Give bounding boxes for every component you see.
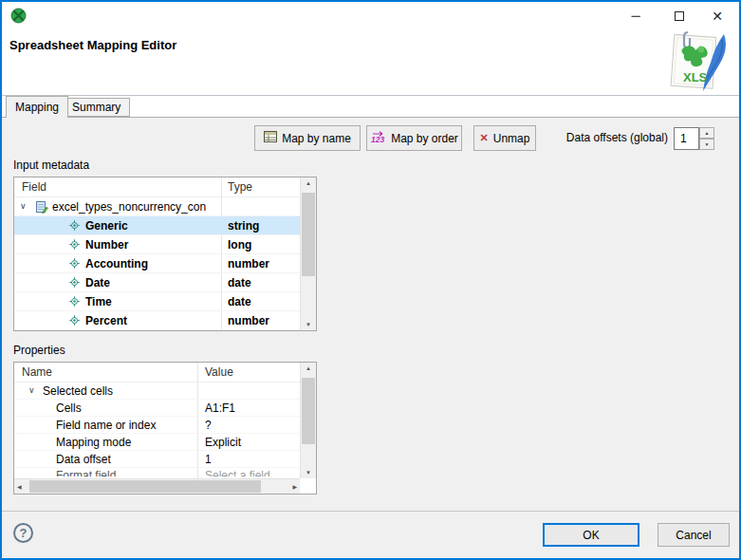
value-column-header: Value: [205, 365, 233, 379]
field-type: date: [228, 276, 251, 289]
unmap-button[interactable]: ✕ Unmap: [473, 125, 536, 151]
field-type: number: [228, 314, 269, 327]
clipped-property-value: Select a field: [205, 469, 270, 476]
map-by-name-label: Map by name: [282, 132, 351, 145]
spinner-down-button[interactable]: ▼: [699, 139, 714, 150]
tab-bar: Mapping Summary: [2, 96, 739, 117]
metadata-field-row-date[interactable]: Datedate: [14, 273, 316, 292]
properties-label: Properties: [13, 344, 65, 357]
metadata-field-row-accounting[interactable]: Accountingnumber: [14, 254, 316, 273]
tab-summary[interactable]: Summary: [63, 98, 130, 117]
scroll-up-icon[interactable]: ▲: [301, 180, 316, 186]
scrollbar-thumb[interactable]: [29, 480, 261, 493]
page-title: Spreadsheet Mapping Editor: [9, 38, 176, 52]
clipped-property-name: Format field: [56, 469, 116, 476]
tab-mapping[interactable]: Mapping: [6, 96, 68, 118]
unmap-label: Unmap: [493, 132, 530, 145]
property-value: Explicit: [205, 436, 241, 449]
metadata-field-row-time[interactable]: Timedate: [14, 292, 316, 311]
metadata-root-row[interactable]: ∨ excel_types_noncurrency_con: [14, 197, 316, 216]
scrollbar-thumb[interactable]: [302, 193, 315, 276]
target-icon: [69, 258, 80, 269]
input-metadata-label: Input metadata: [13, 159, 89, 172]
properties-rows: CellsA1:F1Field name or index?Mapping mo…: [14, 400, 316, 468]
chevron-down-icon[interactable]: ∨: [28, 385, 35, 395]
metadata-vertical-scrollbar[interactable]: ▲ ▼: [300, 177, 316, 330]
properties-table: Name Value ∨ Selected cells CellsA1:F1Fi…: [13, 362, 317, 495]
property-name: Field name or index: [56, 419, 156, 432]
field-name: Time: [85, 295, 112, 308]
properties-table-header: Name Value: [14, 363, 316, 383]
chevron-down-icon[interactable]: ∨: [20, 201, 27, 211]
field-name: Accounting: [85, 257, 148, 271]
metadata-table-header: Field Type: [14, 177, 316, 197]
metadata-field-row-number[interactable]: Numberlong: [14, 235, 316, 254]
field-name: Number: [85, 238, 128, 252]
scroll-down-icon[interactable]: ▼: [301, 470, 316, 476]
type-column-header: Type: [228, 180, 252, 194]
property-row[interactable]: Mapping modeExplicit: [14, 434, 316, 451]
field-column-header: Field: [22, 180, 46, 194]
property-value: ?: [205, 419, 212, 432]
data-offsets-spinner[interactable]: 1 ▲ ▼: [674, 127, 714, 150]
data-offsets-label: Data offsets (global): [533, 131, 668, 144]
property-name: Data offset: [56, 453, 111, 466]
metadata-root-label: excel_types_noncurrency_con: [52, 200, 221, 214]
table-icon: [264, 131, 277, 145]
dialog-header: Spreadsheet Mapping Editor XLS: [2, 29, 739, 96]
map-by-name-button[interactable]: Map by name: [254, 125, 361, 151]
property-value: 1: [205, 453, 212, 466]
scroll-left-icon[interactable]: ◀: [17, 483, 22, 490]
field-type: number: [228, 257, 269, 271]
field-type: date: [228, 295, 251, 308]
minimize-button[interactable]: ─: [620, 2, 652, 29]
svg-text:XLS: XLS: [683, 70, 708, 84]
property-value: A1:F1: [205, 401, 235, 415]
scroll-up-icon[interactable]: ▲: [301, 365, 316, 371]
mapping-tab-panel: Map by name 123 Map by order ✕ Unmap Dat…: [2, 117, 739, 512]
titlebar[interactable]: ─ ✕: [2, 2, 739, 29]
field-name: Generic: [85, 219, 128, 233]
properties-horizontal-scrollbar[interactable]: ◀ ▶: [14, 478, 300, 494]
field-name: Percent: [85, 314, 127, 327]
cancel-button[interactable]: Cancel: [658, 523, 730, 547]
scroll-right-icon[interactable]: ▶: [292, 483, 297, 490]
input-metadata-table: Field Type ∨ excel_types_noncurrency_con…: [13, 177, 317, 331]
property-row[interactable]: Data offset1: [14, 451, 316, 468]
xls-file-icon: XLS: [667, 27, 730, 99]
help-button[interactable]: ?: [13, 523, 33, 543]
property-name: Cells: [56, 401, 82, 415]
metadata-field-rows: GenericstringNumberlongAccountingnumberD…: [14, 216, 316, 330]
name-column-header: Name: [22, 365, 52, 379]
spinner-up-button[interactable]: ▲: [699, 127, 714, 139]
target-icon: [69, 220, 80, 231]
property-row[interactable]: Field name or index?: [14, 417, 316, 434]
target-icon: [69, 296, 80, 307]
map-by-order-button[interactable]: 123 Map by order: [366, 125, 462, 151]
property-name: Mapping mode: [56, 436, 131, 449]
data-offsets-input[interactable]: 1: [674, 127, 699, 150]
scroll-down-icon[interactable]: ▼: [301, 322, 316, 327]
red-x-icon: ✕: [480, 132, 489, 144]
group-label: Selected cells: [43, 384, 113, 398]
metadata-field-row-generic[interactable]: Genericstring: [14, 216, 316, 235]
clipped-property-row[interactable]: Format field Select a field: [14, 468, 316, 476]
clover-icon: [10, 8, 27, 28]
svg-text:123: 123: [371, 135, 384, 143]
property-row[interactable]: CellsA1:F1: [14, 400, 316, 417]
scrollbar-thumb[interactable]: [302, 378, 315, 444]
metadata-field-row-percent[interactable]: Percentnumber: [14, 311, 316, 330]
close-button[interactable]: ✕: [701, 2, 733, 29]
ok-button[interactable]: OK: [543, 523, 639, 547]
field-name: Date: [85, 276, 110, 289]
maximize-icon: [675, 11, 684, 21]
target-icon: [69, 239, 80, 250]
target-icon: [69, 277, 80, 288]
tab-mapping-label: Mapping: [15, 101, 59, 114]
tab-summary-label: Summary: [72, 101, 120, 114]
field-type: string: [228, 219, 259, 233]
target-icon: [69, 315, 80, 326]
properties-vertical-scrollbar[interactable]: ▲ ▼: [300, 363, 316, 478]
selected-cells-group-row[interactable]: ∨ Selected cells: [14, 383, 316, 400]
maximize-button[interactable]: [663, 2, 695, 29]
